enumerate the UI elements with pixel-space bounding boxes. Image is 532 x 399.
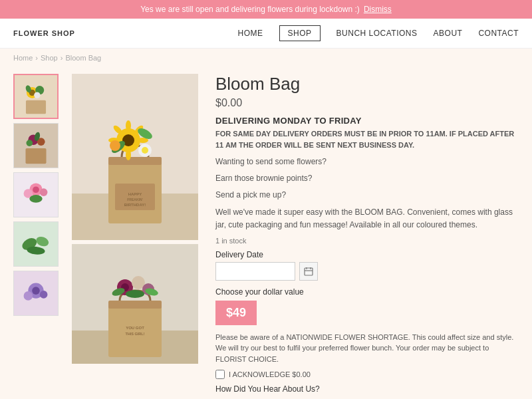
stock-status: 1 in stock [215,237,519,245]
nav-about[interactable]: ABOUT [434,29,463,38]
svg-rect-62 [305,268,313,275]
svg-text:FREAKIN': FREAKIN' [127,198,142,201]
product-details: Bloom Bag $0.00 DELIVERING MONDAY TO FRI… [209,74,519,396]
svg-point-27 [40,291,48,299]
svg-point-59 [126,290,144,298]
main-content: HAPPY FREAKIN' BIRTHDAY! [0,67,532,399]
svg-point-18 [29,195,42,203]
product-price: $0.00 [215,97,519,109]
hear-label: How Did You Hear About Us? [215,384,519,394]
logo: FLOWER SHOP [13,29,75,37]
svg-rect-8 [25,148,46,164]
dollar-value-label: Choose your dollar value [215,287,519,297]
nav-contact[interactable]: CONTACT [478,29,519,38]
main-image-area: HAPPY FREAKIN' BIRTHDAY! [72,74,198,396]
svg-text:YOU GOT: YOU GOT [126,326,144,330]
svg-rect-1 [26,100,46,114]
svg-point-34 [126,120,131,131]
delivery-date-label: Delivery Date [215,250,519,259]
nav: HOME SHOP BUNCH LOCATIONS ABOUT CONTACT [238,25,519,41]
banner-text: Yes we are still open and delivering flo… [140,5,360,14]
svg-text:HAPPY: HAPPY [128,192,142,196]
breadcrumb-home[interactable]: Home [13,54,33,62]
breadcrumb-sep1: › [35,54,38,62]
breadcrumb-current: Bloom Bag [65,54,101,62]
delivery-text: FOR SAME DAY DELIVERY ORDERS MUST BE IN … [215,128,519,150]
svg-rect-31 [108,157,162,165]
breadcrumb: Home › Shop › Bloom Bag [0,49,532,67]
main-image-top: HAPPY FREAKIN' BIRTHDAY! [72,74,198,240]
svg-rect-52 [108,301,162,309]
svg-point-26 [24,291,33,301]
svg-rect-51 [108,304,162,357]
thumbnail-3[interactable] [13,172,59,217]
desc-line4: Well we've made it super easy with the B… [215,206,519,231]
breadcrumb-shop[interactable]: Shop [41,54,58,62]
delivery-date-input[interactable] [215,262,295,281]
warning-text: Please be aware of a NATIONWIDE FLOWER S… [215,332,519,365]
acknowledge-row: I ACKNOWLEDGE $0.00 [215,370,519,379]
breadcrumb-sep2: › [61,54,63,62]
svg-point-43 [142,147,148,154]
calendar-icon[interactable] [299,262,318,281]
acknowledge-checkbox[interactable] [215,370,225,379]
svg-point-25 [32,287,40,295]
svg-text:THIS GIRL!: THIS GIRL! [125,332,144,336]
desc-line3: Send a pick me up? [215,189,519,201]
thumbnail-1[interactable] [13,74,59,119]
acknowledge-label: I ACKNOWLEDGE $0.00 [229,370,311,378]
top-banner: Yes we are still open and delivering flo… [0,0,532,19]
dismiss-link[interactable]: Dismiss [364,5,392,14]
nav-home[interactable]: HOME [238,29,263,38]
thumbnail-list [13,74,61,396]
svg-point-15 [33,186,39,193]
thumbnail-2[interactable] [13,123,59,168]
thumbnail-4[interactable] [13,221,59,267]
main-image-bottom: YOU GOT THIS GIRL! [72,244,198,364]
svg-point-44 [110,140,120,151]
svg-text:BIRTHDAY!: BIRTHDAY! [124,203,146,207]
dollar-option-49[interactable]: $49 [215,301,257,325]
svg-point-11 [26,140,33,146]
svg-point-35 [126,150,131,160]
desc-line2: Earn those brownie points? [215,172,519,185]
svg-point-17 [40,188,48,196]
delivery-heading: DELIVERING MONDAY TO FRIDAY [215,116,519,126]
header: FLOWER SHOP HOME SHOP BUNCH LOCATIONS AB… [0,19,532,49]
thumbnail-5[interactable] [13,271,59,316]
date-field [215,262,519,281]
desc-line1: Wanting to send some flowers? [215,156,519,168]
nav-shop[interactable]: SHOP [279,25,321,41]
product-title: Bloom Bag [215,74,519,94]
nav-bunch-locations[interactable]: BUNCH LOCATIONS [336,29,418,38]
svg-point-5 [34,92,40,98]
